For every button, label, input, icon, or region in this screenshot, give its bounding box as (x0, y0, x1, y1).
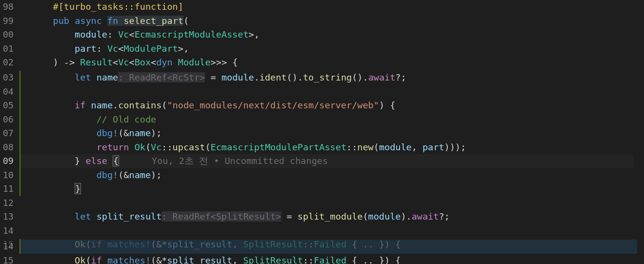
indent (31, 183, 75, 194)
line-number: 14 (0, 240, 14, 254)
var: split_result (167, 255, 232, 264)
code-line[interactable]: return Ok(Vc::upcast(EcmascriptModulePar… (31, 141, 466, 155)
fn-name: select_part (123, 16, 183, 26)
paren: ( (205, 142, 210, 152)
attr-name: function (135, 1, 178, 12)
brace: } (75, 156, 80, 166)
code-line[interactable]: ) -> Result<Vc<Box<dyn Module>>> { (31, 56, 238, 70)
paren-arrow: ) -> (53, 57, 80, 67)
sp (69, 16, 75, 26)
variant: Ok (75, 239, 85, 249)
line-number: 14 (0, 224, 14, 238)
code-line[interactable]: let split_result: ReadRef<SplitResult> =… (31, 210, 450, 224)
comma: , (232, 255, 243, 264)
string: "node_modules/next/dist/esm/server/web" (167, 100, 379, 110)
sep: :: (346, 142, 357, 152)
paren: (&* (151, 239, 167, 249)
code-line[interactable]: #[turbo_tasks::function] (31, 0, 183, 14)
line-number: 99 (0, 14, 14, 28)
type: EcmascriptModulePartAsset (211, 142, 346, 152)
indent (31, 114, 97, 124)
indent (31, 142, 97, 152)
inlay-hint: : ReadRef<SplitResult> (161, 211, 281, 222)
kw-if: if (91, 239, 102, 249)
line-number: 09 (0, 154, 14, 168)
attr-path: turbo_tasks (64, 1, 124, 12)
sp (102, 16, 107, 26)
angle: < (151, 57, 156, 67)
eq: = (205, 72, 221, 82)
method: ident (260, 72, 287, 82)
code-line[interactable]: dbg!(&name); (31, 168, 161, 183)
sp (80, 156, 85, 166)
kw-if: if (75, 100, 85, 110)
line-number: 05 (0, 99, 14, 113)
git-blame-inline: You, 2초 전 • Uncommitted changes (119, 156, 328, 166)
paren: ); (151, 128, 161, 138)
paren: ( (145, 142, 151, 152)
code-line[interactable]: } (31, 182, 81, 196)
var: part (423, 142, 444, 152)
angle: < (118, 43, 123, 54)
minimap-scrollbar[interactable] (637, 0, 644, 264)
macro: dbg! (97, 170, 119, 180)
var: module (379, 142, 412, 152)
kw-else: else (85, 156, 107, 166)
paren: (& (118, 170, 129, 180)
line-number: 04 (0, 85, 14, 99)
type: EcmascriptModuleAsset (135, 29, 249, 40)
indent (31, 72, 75, 82)
code-line[interactable]: dbg!(&name); (31, 126, 161, 141)
colon: : (107, 29, 118, 40)
var: name (97, 72, 119, 82)
code-line[interactable]: // Old code (31, 113, 156, 127)
paren: (). (352, 72, 368, 82)
sp (91, 211, 97, 222)
code-line[interactable]: module: Vc<EcmascriptModuleAsset>, (31, 28, 260, 42)
indent (31, 156, 75, 166)
paren: ( (161, 100, 167, 110)
code-line-ghost[interactable]: Ok(if matches!(&*split_result, SplitResu… (31, 238, 401, 252)
code-line[interactable]: part: Vc<ModulePart>, (31, 42, 189, 56)
dot: . (254, 72, 260, 82)
comma: , (232, 239, 243, 249)
kw-await: await (368, 72, 396, 82)
code-line[interactable]: Ok(if matches!(&*split_result, SplitResu… (31, 254, 401, 264)
param: part (75, 43, 97, 54)
angle: >>> { (211, 57, 238, 67)
line-number: 13 (0, 210, 14, 224)
code-line[interactable]: if name.contains("node_modules/next/dist… (31, 99, 395, 113)
method: contains (118, 100, 161, 110)
line-number: 06 (0, 113, 14, 127)
kw-await: await (412, 211, 439, 222)
line-number: 08 (0, 141, 14, 155)
indent (31, 1, 53, 12)
macro: matches! (107, 239, 151, 249)
line-number: 10 (0, 168, 14, 183)
method: to_string (303, 72, 352, 82)
var: split_result (97, 211, 162, 222)
indent (31, 128, 97, 138)
variant: Ok (75, 255, 85, 264)
angle: >, (178, 43, 189, 54)
var: split_result (167, 239, 232, 249)
kw-let: let (75, 211, 91, 222)
code-line[interactable]: pub async fn select_part( (31, 14, 189, 28)
indent (31, 255, 75, 264)
sep: :: (161, 142, 172, 152)
sp (118, 16, 123, 26)
sp (107, 156, 113, 166)
line-number: 02 (0, 56, 14, 70)
indent (31, 100, 75, 110)
kw-async: async (75, 16, 102, 26)
paren: ( (85, 239, 91, 249)
line-number: 00 (0, 28, 14, 42)
code-area[interactable]: #[turbo_tasks::function] pub async fn se… (31, 0, 644, 264)
rest: { .. }) { (346, 255, 401, 264)
comma: , (412, 142, 423, 152)
code-line[interactable]: let name: ReadRef<RcStr> = module.ident(… (31, 71, 406, 85)
q: ?; (439, 211, 449, 222)
kw-return: return (97, 142, 129, 152)
code-line-current[interactable]: } else { You, 2초 전 • Uncommitted changes (20, 154, 633, 168)
line-number: 03 (0, 71, 14, 85)
